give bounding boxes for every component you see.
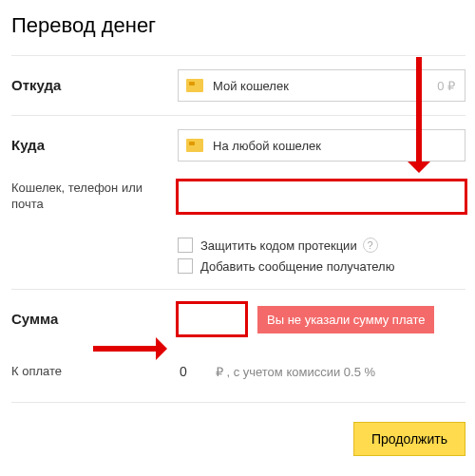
from-wallet-value: Мой кошелек: [213, 79, 289, 93]
continue-button[interactable]: Продолжить: [353, 422, 466, 456]
to-wallet-value: На любой кошелек: [213, 139, 321, 153]
protection-checkbox[interactable]: [178, 238, 193, 253]
annotation-arrow-down: [416, 57, 422, 167]
recipient-input[interactable]: [178, 181, 466, 213]
sum-error-tooltip: Вы не указали сумму плате: [257, 306, 434, 333]
from-wallet-select[interactable]: Мой кошелек 0 ₽: [178, 69, 466, 102]
to-label: Куда: [11, 136, 178, 155]
message-checkbox[interactable]: [178, 258, 193, 274]
pay-value: 0: [178, 364, 187, 379]
annotation-arrow-right: [93, 346, 162, 352]
help-icon[interactable]: ?: [363, 238, 378, 253]
fee-note: ₽ , с учетом комиссии 0.5 %: [216, 365, 375, 379]
from-label: Откуда: [11, 76, 178, 95]
wallet-icon: [186, 79, 203, 92]
sum-input[interactable]: [178, 303, 246, 335]
wallet-icon: [186, 139, 203, 152]
page-title: Перевод денег: [11, 13, 466, 38]
protection-label: Защитить кодом протекции: [200, 238, 357, 253]
recipient-label: Кошелек, телефон или почта: [11, 181, 178, 213]
to-wallet-select[interactable]: На любой кошелек: [178, 129, 466, 162]
pay-label: К оплате: [11, 364, 178, 380]
from-wallet-balance: 0 ₽: [437, 79, 455, 93]
sum-label: Сумма: [11, 310, 178, 329]
message-label: Добавить сообщение получателю: [200, 259, 394, 274]
